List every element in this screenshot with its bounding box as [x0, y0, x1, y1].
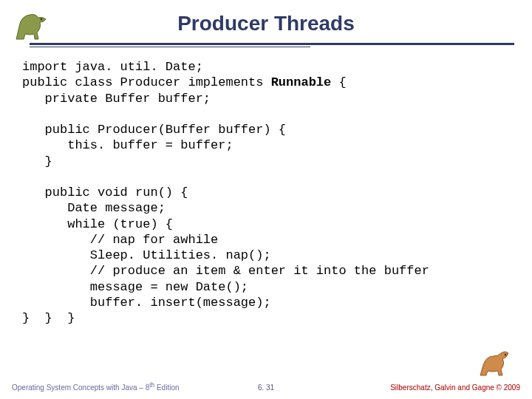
- code-line: // produce an item & enter it into the b…: [22, 264, 429, 278]
- code-keyword-runnable: Runnable: [271, 75, 332, 89]
- code-line: buffer. insert(message);: [22, 296, 271, 310]
- slide-title: Producer Threads: [0, 12, 532, 35]
- slide: Producer Threads import java. util. Date…: [0, 0, 532, 399]
- code-line: private Buffer buffer;: [22, 92, 211, 106]
- code-line: public void run() {: [22, 185, 188, 200]
- code-block: import java. util. Date; public class Pr…: [22, 59, 429, 326]
- code-line: while (true) {: [22, 217, 173, 231]
- svg-point-1: [505, 354, 506, 355]
- dinosaur-right-icon: [476, 346, 514, 378]
- code-line: public Producer(Buffer buffer) {: [22, 123, 286, 137]
- code-line: import java. util. Date;: [22, 60, 203, 74]
- code-line: message = new Date();: [22, 280, 248, 294]
- code-line: this. buffer = buffer;: [22, 138, 233, 152]
- code-line: public class Producer implements: [22, 75, 271, 89]
- code-line: }: [22, 154, 52, 168]
- code-line: // nap for awhile: [22, 233, 218, 247]
- code-line: Date message;: [22, 201, 166, 215]
- footer-copyright: Silberschatz, Galvin and Gagne © 2009: [390, 383, 520, 392]
- title-rule: [30, 43, 514, 47]
- code-line: } } }: [22, 311, 75, 325]
- code-line: Sleep. Utilities. nap();: [22, 248, 271, 262]
- code-line: {: [331, 75, 346, 89]
